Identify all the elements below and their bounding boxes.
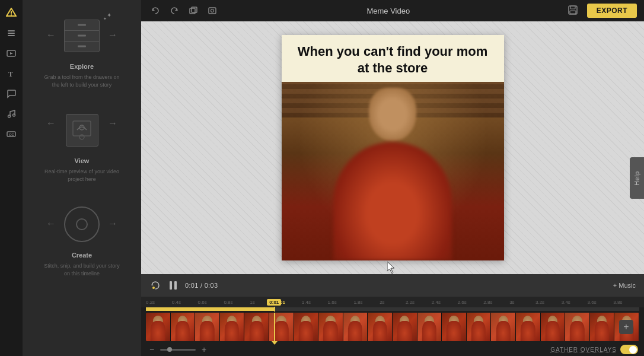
create-right-arrow-icon: → [108,218,117,229]
canvas-svg [71,119,93,141]
comments-icon[interactable] [3,85,20,102]
ruler-mark-12: 2.6s [458,300,484,305]
screenshot-button[interactable] [205,4,219,18]
svg-point-9 [8,115,11,117]
canvas-illustration [66,114,98,147]
text-icon[interactable]: T [3,65,20,82]
ruler-mark-14: 3s [509,300,535,305]
zoom-in-button[interactable]: + [199,345,209,354]
save-svg [568,5,578,15]
video-background [282,82,504,260]
help-button[interactable]: Help [630,157,644,199]
film-frame-7 [294,313,319,341]
film-frame-17 [541,313,566,341]
film-frame-19 [590,313,615,341]
duplicate-button[interactable] [186,4,200,18]
gather-overlays-label: GATHER OVERLAYS [550,347,617,353]
f15-person [496,321,510,341]
gather-overlays-toggle[interactable] [620,345,638,354]
view-title: View [75,157,90,164]
film-strip [146,313,639,341]
timeline-progress-bar[interactable]: 0:01 [146,307,639,311]
music-icon[interactable] [3,106,20,122]
loop-button[interactable] [149,279,161,291]
zoom-out-button[interactable]: − [147,345,157,354]
f12-person [422,321,436,341]
svg-marker-27 [152,284,154,285]
f8-person [323,321,337,341]
timeline-container: 0.2s 0.4s 0.6s 0.8s 1s 0:01 1.4s 1.6s 1.… [141,297,644,356]
f5-person [250,321,264,341]
sidebar: T CC [0,0,23,356]
explore-title: Explore [70,63,94,70]
music-button[interactable]: + Music [613,282,636,289]
undo-button[interactable] [148,4,162,18]
film-frame-2 [171,313,196,341]
film-frame-14 [467,313,492,341]
f1-person [151,321,165,341]
svg-text:CC: CC [9,133,14,136]
f17-person [546,321,560,341]
left-arrow-icon: ← [46,30,56,40]
ruler-mark-0: 0.2s [146,300,172,305]
create-title: Create [72,252,92,259]
strip-playhead [274,313,275,341]
svg-rect-29 [170,281,172,290]
time-total: 0:03 [205,282,218,289]
film-frame-15 [491,313,516,341]
video-thumbnail [282,82,504,260]
reel-inner [76,218,88,230]
save-icon[interactable] [568,5,578,17]
meme-text: When you can't find your mom at the stor… [282,35,504,82]
f2-person [176,321,190,341]
film-frame-6 [269,313,294,341]
film-frame-3 [195,313,220,341]
logo-icon[interactable] [3,5,20,21]
drawer-handle-bot [78,46,86,47]
tools-panel: ← ✦ ✦ → Explore Grab a tool from the dra… [23,0,141,356]
svg-point-22 [211,9,214,12]
redo-button[interactable] [167,4,181,18]
f14-person [471,321,486,341]
svg-marker-7 [10,52,13,55]
export-button[interactable]: EXPORT [587,4,637,18]
ruler-mark-7: 1.6s [328,300,354,305]
add-clip-button[interactable]: + [619,320,633,334]
svg-point-10 [13,114,15,116]
drawer-illustration [64,20,100,52]
captions-icon[interactable]: CC [3,126,20,142]
f9-person [348,321,362,341]
timeline-playhead[interactable] [274,307,275,312]
film-frame-1 [146,313,171,341]
media-icon[interactable] [3,45,20,62]
f19-person [595,321,609,341]
explore-tool: ← ✦ ✦ → Explore Grab a tool from the dra… [40,12,123,88]
ruler-mark-16: 3.4s [562,300,588,305]
svg-rect-30 [174,281,177,290]
ruler-mark-1: 0.4s [172,300,198,305]
ruler-mark-8: 1.8s [353,300,380,305]
sparkle-small-icon: ✦ [103,17,107,21]
create-tool: ← → Create Stitch, snip, and build your … [40,201,123,277]
f11-person [397,321,412,341]
pause-button[interactable] [167,279,179,291]
playhead-arrow [272,341,278,345]
create-description: Stitch, snip, and build your story on th… [40,262,123,277]
time-current: 0:01 [185,282,199,289]
view-tool: ← → View Real-time preview of your video… [40,106,123,183]
person-face [369,88,416,141]
film-frame-16 [516,313,541,341]
view-description: Real-time preview of your video project … [40,168,123,183]
screenshot-icon [208,7,216,15]
person-body [333,142,452,260]
film-frame-4 [220,313,245,341]
explore-illustration: ← ✦ ✦ → [46,12,117,59]
create-left-arrow-icon: ← [46,218,56,229]
drawer-mid [65,31,99,42]
zoom-slider[interactable] [160,349,196,351]
timeline-controls: − + GATHER OVERLAYS [141,343,644,356]
ruler-mark-17: 3.6s [588,300,614,305]
drawer-top [65,20,99,31]
svg-rect-3 [8,30,15,31]
layers-icon[interactable] [3,25,20,42]
